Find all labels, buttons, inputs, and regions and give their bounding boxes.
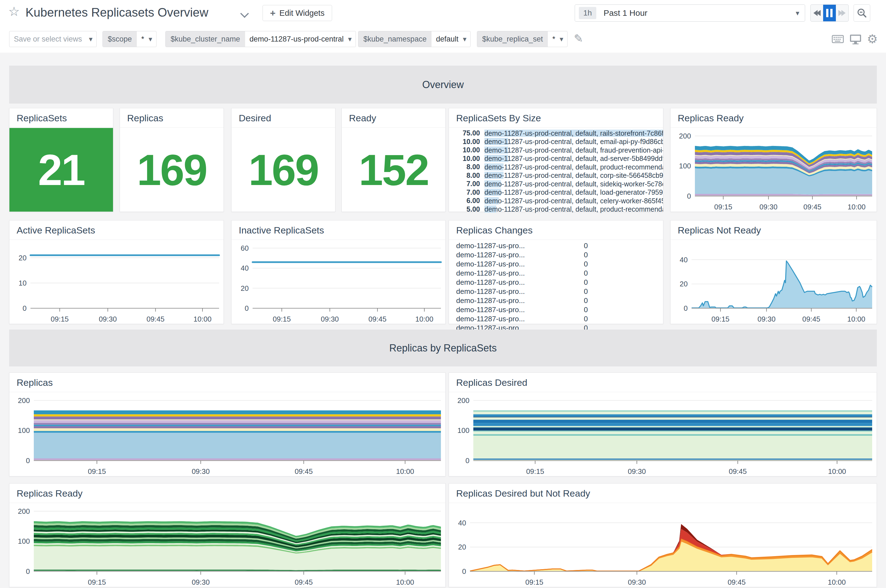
widget-replicas-changes[interactable]: Replicas Changes demo-11287-us-pro...0 d… <box>449 220 663 324</box>
widget-replicas-ready-small[interactable]: Replicas Ready 010020009:1509:3009:4510:… <box>670 108 877 212</box>
plus-icon: + <box>270 8 276 18</box>
widget-ready-count[interactable]: Ready 152 <box>342 108 446 212</box>
svg-text:09:30: 09:30 <box>757 315 775 323</box>
svg-text:09:15: 09:15 <box>88 578 106 586</box>
time-backward-button[interactable] <box>811 5 823 21</box>
widget-replicasets-by-size[interactable]: ReplicaSets By Size 75.00demo-11287-us-p… <box>449 108 663 212</box>
svg-text:200: 200 <box>18 396 30 405</box>
settings-gear-icon[interactable]: ⚙ <box>867 33 880 45</box>
widget-title: ReplicaSets By Size <box>449 108 663 128</box>
magnifier-minus-icon <box>857 8 867 18</box>
widget-inactive-replicasets[interactable]: Inactive ReplicaSets 020406009:1509:3009… <box>231 220 446 324</box>
svg-text:09:15: 09:15 <box>712 315 730 323</box>
toplist-row[interactable]: demo-11287-us-pro...0 <box>449 305 663 314</box>
toplist-row[interactable]: 5.00demo-11287-us-prod-central, default,… <box>449 205 663 213</box>
toplist-row[interactable]: 7.00demo-11287-us-prod-central, default,… <box>449 180 663 188</box>
replicas-not-ready-chart[interactable]: 0204009:1509:3009:4510:00 <box>670 240 877 324</box>
saved-views-select[interactable]: Save or select views ▾ <box>9 31 97 47</box>
svg-text:10:00: 10:00 <box>415 315 433 323</box>
template-var-kube-replica-set[interactable]: $kube_replica_set * ▾ <box>477 31 568 47</box>
svg-text:60: 60 <box>241 244 249 252</box>
widget-replicas-not-ready[interactable]: Replicas Not Ready 0204009:1509:3009:451… <box>670 220 877 324</box>
svg-text:40: 40 <box>241 264 249 272</box>
toplist-row[interactable]: demo-11287-us-pro...0 <box>449 260 663 268</box>
toplist-row[interactable]: demo-11287-us-pro...0 <box>449 314 663 324</box>
replicas-ready-green-chart[interactable]: 010020009:1509:3009:4510:00 <box>9 503 445 587</box>
svg-text:20: 20 <box>241 284 249 292</box>
replicas-stacked-chart[interactable]: 010020009:1509:3009:4510:00 <box>9 393 445 476</box>
widget-desired-count[interactable]: Desired 169 <box>231 108 336 212</box>
svg-text:09:30: 09:30 <box>628 467 646 476</box>
svg-text:10:00: 10:00 <box>396 578 414 586</box>
svg-text:100: 100 <box>457 426 469 435</box>
widget-title: Active ReplicaSets <box>9 220 223 240</box>
toplist-row[interactable]: 7.00demo-11287-us-prod-central, default,… <box>449 188 663 196</box>
toplist-row[interactable]: 10.00demo-11287-us-prod-central, default… <box>449 146 663 154</box>
toplist-row[interactable]: 75.00demo-11287-us-prod-central, default… <box>449 129 663 137</box>
svg-text:100: 100 <box>18 537 30 545</box>
widget-replicas-desired-not-ready[interactable]: Replicas Desired but Not Ready 0204009:1… <box>449 483 877 587</box>
widget-active-replicasets[interactable]: Active ReplicaSets 0102009:1509:3009:451… <box>9 220 224 324</box>
time-forward-button[interactable] <box>836 5 849 21</box>
time-range-badge: 1h <box>579 7 596 19</box>
svg-text:200: 200 <box>457 396 469 405</box>
template-var-kube-cluster-name[interactable]: $kube_cluster_name demo-11287-us-prod-ce… <box>165 31 356 47</box>
toplist-row[interactable]: demo-11287-us-pro...0 <box>449 278 663 287</box>
svg-text:0: 0 <box>466 456 469 465</box>
widget-title: Desired <box>232 108 335 128</box>
section-replicas-by-replicasets: Replicas by ReplicaSets <box>9 330 877 366</box>
edit-variables-pencil-icon[interactable]: ✎ <box>574 32 583 45</box>
svg-text:40: 40 <box>680 256 688 264</box>
svg-text:20: 20 <box>458 543 466 551</box>
toplist-row[interactable]: demo-11287-us-pro...0 <box>449 296 663 305</box>
widget-replicas-desired[interactable]: Replicas Desired 010020009:1509:3009:451… <box>449 372 877 476</box>
time-range-selector[interactable]: 1h Past 1 Hour ▾ <box>575 4 805 22</box>
widget-replicas-count[interactable]: Replicas 169 <box>120 108 224 212</box>
toplist-row[interactable]: 10.00demo-11287-us-prod-central, default… <box>449 137 663 146</box>
svg-text:100: 100 <box>679 162 691 170</box>
query-value-area: 21 <box>9 128 113 212</box>
toplist-row[interactable]: demo-11287-us-pro...0 <box>449 250 663 260</box>
ready-value: 152 <box>359 145 429 195</box>
chevron-down-icon: ▾ <box>463 31 470 47</box>
replicas-desired-not-ready-chart[interactable]: 0204009:1509:3009:4510:00 <box>449 503 877 587</box>
toplist-row[interactable]: 8.00demo-11287-us-prod-central, default,… <box>449 171 663 180</box>
toplist-row[interactable]: 6.00demo-11287-us-prod-central, default,… <box>449 196 663 205</box>
tv-mode-icon[interactable] <box>849 33 862 45</box>
section-overview: Overview <box>9 66 877 104</box>
svg-text:09:15: 09:15 <box>525 578 543 586</box>
query-value-area: 169 <box>232 128 335 212</box>
template-var-kube-namespace[interactable]: $kube_namespace default ▾ <box>358 31 471 47</box>
toplist-row[interactable]: 8.00demo-11287-us-prod-central, default,… <box>449 163 663 171</box>
svg-text:09:30: 09:30 <box>628 578 646 586</box>
widget-title: Inactive ReplicaSets <box>232 220 445 240</box>
toplist-row[interactable]: demo-11287-us-pro...0 <box>449 241 663 250</box>
zoom-out-button[interactable] <box>854 4 870 22</box>
replicas-desired-chart[interactable]: 010020009:1509:3009:4510:00 <box>449 393 877 476</box>
toplist-row[interactable]: demo-11287-us-pro...0 <box>449 268 663 278</box>
svg-text:0: 0 <box>23 304 27 312</box>
favorite-star-icon[interactable]: ☆ <box>8 5 19 18</box>
svg-text:09:45: 09:45 <box>295 578 313 586</box>
svg-text:09:45: 09:45 <box>804 203 822 211</box>
widget-replicas-ready-green[interactable]: Replicas Ready 010020009:1509:3009:4510:… <box>9 483 446 587</box>
active-replicasets-chart[interactable]: 0102009:1509:3009:4510:00 <box>9 240 223 324</box>
toplist-row[interactable]: demo-11287-us-pro...0 <box>449 287 663 296</box>
title-chevron-down-icon[interactable] <box>240 9 249 18</box>
toplist-row[interactable]: 10.00demo-11287-us-prod-central, default… <box>449 154 663 163</box>
edit-widgets-button[interactable]: + Edit Widgets <box>262 5 332 21</box>
template-var-scope[interactable]: $scope * ▾ <box>102 31 156 47</box>
pause-icon <box>826 9 832 17</box>
chevron-down-icon: ▾ <box>796 9 799 18</box>
desired-value: 169 <box>249 145 318 195</box>
pause-button[interactable] <box>823 5 836 21</box>
svg-text:10:00: 10:00 <box>828 578 846 586</box>
saved-views-placeholder: Save or select views <box>14 35 82 44</box>
widget-replicasets-count[interactable]: ReplicaSets 21 <box>9 108 113 212</box>
svg-text:09:45: 09:45 <box>727 578 745 586</box>
inactive-replicasets-chart[interactable]: 020406009:1509:3009:4510:00 <box>232 240 445 324</box>
svg-text:200: 200 <box>679 132 691 140</box>
keyboard-shortcuts-icon[interactable] <box>831 33 844 45</box>
replicas-ready-chart[interactable]: 010020009:1509:3009:4510:00 <box>670 128 877 212</box>
widget-replicas-stacked[interactable]: Replicas 010020009:1509:3009:4510:00 <box>9 372 446 476</box>
